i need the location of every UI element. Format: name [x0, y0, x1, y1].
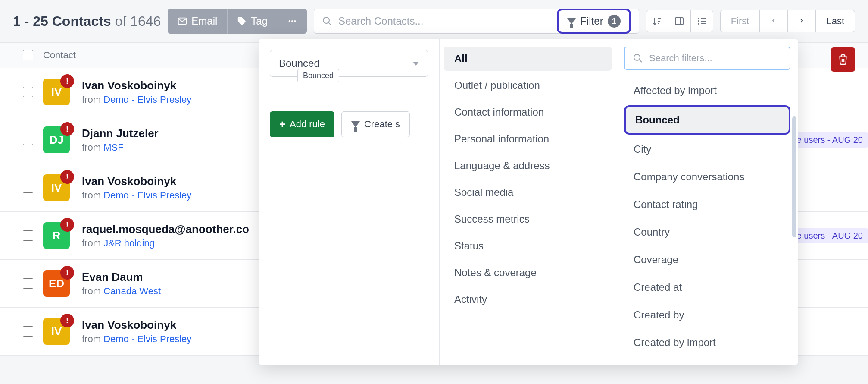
- action-button-group: Email Tag: [168, 9, 307, 34]
- next-page-button[interactable]: [788, 10, 816, 32]
- filter-option-item[interactable]: Affected by import: [624, 78, 790, 104]
- prev-page-button[interactable]: [760, 10, 788, 32]
- delete-button[interactable]: [831, 47, 855, 72]
- ellipsis-icon: [287, 16, 297, 26]
- search-contacts-input[interactable]: [338, 15, 557, 27]
- filter-option-item[interactable]: Bounced: [624, 105, 790, 135]
- contact-source-link[interactable]: Canada West: [103, 286, 161, 296]
- row-checkbox[interactable]: [23, 183, 33, 193]
- filter-options-column: Affected by importBouncedCityCompany con…: [616, 39, 798, 365]
- avatar-wrap: R: [43, 222, 70, 249]
- svg-line-16: [639, 60, 642, 62]
- filter-tooltip: Bounced: [297, 69, 339, 82]
- filter-option-item[interactable]: Created at: [624, 274, 790, 300]
- sort-icon: [652, 16, 662, 26]
- avatar-wrap: ED: [43, 270, 70, 297]
- alert-badge-icon: [60, 122, 74, 136]
- svg-point-15: [634, 54, 640, 60]
- more-actions-button[interactable]: [278, 9, 307, 34]
- scrollbar-thumb[interactable]: [792, 116, 796, 237]
- svg-rect-6: [675, 18, 683, 25]
- filter-category-item[interactable]: Language & address: [444, 154, 612, 178]
- row-checkbox[interactable]: [23, 87, 33, 97]
- filter-panel: Bounced Bounced + Add rule Create s AllO…: [259, 39, 798, 365]
- contact-source-link[interactable]: Demo - Elvis Presley: [103, 334, 191, 344]
- avatar-wrap: IV: [43, 79, 70, 105]
- chevron-left-icon: [770, 17, 777, 24]
- envelope-icon: [178, 16, 187, 26]
- filter-option-item[interactable]: Contact rating: [624, 192, 790, 217]
- funnel-icon: [351, 121, 360, 127]
- filter-rule-select[interactable]: Bounced: [270, 50, 428, 77]
- alert-badge-icon: [60, 74, 74, 88]
- filter-category-item[interactable]: Social media: [444, 180, 612, 205]
- sort-view-button[interactable]: [646, 10, 668, 32]
- svg-line-5: [328, 22, 331, 25]
- last-page-button[interactable]: Last: [816, 10, 855, 32]
- funnel-icon: [567, 18, 576, 24]
- avatar-wrap: IV: [43, 318, 70, 345]
- svg-point-1: [289, 20, 290, 22]
- alert-badge-icon: [60, 218, 74, 232]
- trash-icon: [837, 54, 849, 65]
- filter-count-badge: 1: [608, 15, 621, 28]
- plus-icon: +: [279, 118, 285, 130]
- contact-source-link[interactable]: MSF: [103, 142, 123, 153]
- row-checkbox[interactable]: [23, 230, 33, 241]
- select-all-checkbox[interactable]: [23, 50, 33, 60]
- filter-category-item[interactable]: Personal information: [444, 127, 612, 151]
- filter-button[interactable]: Filter 1: [557, 9, 631, 34]
- filter-option-item[interactable]: Coverage: [624, 247, 790, 273]
- create-search-button[interactable]: Create s: [341, 111, 410, 137]
- search-icon: [633, 53, 643, 63]
- pagination-group: First Last: [720, 10, 855, 32]
- columns-icon: [674, 16, 684, 26]
- chevron-right-icon: [798, 17, 805, 24]
- search-contacts-wrap[interactable]: Filter 1: [314, 9, 639, 34]
- svg-point-10: [698, 21, 699, 22]
- alert-badge-icon: [60, 170, 74, 184]
- filter-category-item[interactable]: Contact information: [444, 100, 612, 124]
- row-checkbox[interactable]: [23, 326, 33, 337]
- alert-badge-icon: [60, 266, 74, 280]
- alert-badge-icon: [60, 314, 74, 327]
- filter-option-item[interactable]: Company conversations: [624, 164, 790, 190]
- filter-search-wrap[interactable]: [624, 47, 790, 70]
- svg-point-3: [294, 20, 296, 22]
- avatar-wrap: IV: [43, 174, 70, 201]
- tag-button[interactable]: Tag: [227, 9, 278, 34]
- filter-category-item[interactable]: Activity: [444, 287, 612, 312]
- column-view-button[interactable]: [668, 10, 691, 32]
- filter-search-input[interactable]: [649, 53, 782, 64]
- filter-option-item[interactable]: Created by import: [624, 330, 790, 356]
- row-checkbox[interactable]: [23, 278, 33, 289]
- svg-point-2: [291, 20, 293, 22]
- tag-icon: [237, 16, 247, 26]
- list-view-button[interactable]: [691, 10, 713, 32]
- contact-source-link[interactable]: Demo - Elvis Presley: [103, 190, 191, 201]
- filter-category-item[interactable]: Notes & coverage: [444, 261, 612, 285]
- filter-category-item[interactable]: Success metrics: [444, 207, 612, 231]
- filter-rules-column: Bounced Bounced + Add rule Create s: [259, 39, 440, 365]
- row-tag[interactable]: ve users - AUG 20: [787, 228, 868, 243]
- svg-point-11: [698, 23, 699, 24]
- view-toggle-group: [646, 10, 713, 32]
- contact-source-link[interactable]: Demo - Elvis Presley: [103, 94, 191, 105]
- first-page-button[interactable]: First: [720, 10, 760, 32]
- filter-option-item[interactable]: City: [624, 136, 790, 162]
- filter-option-item[interactable]: Created by: [624, 302, 790, 328]
- filter-option-item[interactable]: Country: [624, 219, 790, 245]
- chevron-down-icon: [413, 62, 419, 66]
- filter-category-item[interactable]: Status: [444, 234, 612, 258]
- add-rule-button[interactable]: + Add rule: [270, 111, 334, 137]
- list-icon: [696, 16, 707, 26]
- filter-category-item[interactable]: All: [444, 47, 612, 71]
- row-tag[interactable]: ve users - AUG 20: [787, 132, 868, 148]
- row-checkbox[interactable]: [23, 135, 33, 145]
- contact-count: 1 - 25 Contacts of 1646: [13, 13, 161, 29]
- filter-category-item[interactable]: Outlet / publication: [444, 73, 612, 98]
- email-button[interactable]: Email: [168, 9, 227, 34]
- avatar-wrap: DJ: [43, 126, 70, 153]
- contact-source-link[interactable]: J&R holding: [103, 238, 155, 249]
- svg-point-9: [698, 18, 699, 19]
